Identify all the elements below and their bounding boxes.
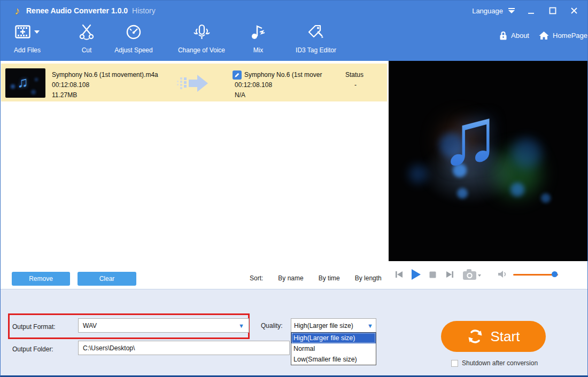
quality-dropdown[interactable]: High(Larger file size) ▼ [291,318,376,333]
maximize-button[interactable] [547,5,559,17]
file-thumbnail: ♫ [5,68,45,98]
volume-slider-knob[interactable] [552,271,558,277]
sort-bar: Sort: By name By time By length [250,274,382,282]
status-value: - [354,81,357,89]
close-button[interactable] [568,5,580,17]
snapshot-camera-button[interactable] [462,269,482,280]
quality-option-low[interactable]: Low(Smaller file size) [291,354,376,365]
thumbnail-music-note-icon: ♫ [17,74,28,91]
app-window: ♪ Renee Audio Converter 1.0.0 History La… [0,0,588,377]
add-files-icon [15,25,32,40]
sort-by-name[interactable]: By name [278,274,303,282]
home-icon [539,31,549,40]
app-subtitle: History [132,6,156,15]
add-files-dropdown-icon [34,30,40,34]
quality-option-normal[interactable]: Normal [291,343,376,354]
dropdown-arrow-icon: ▼ [238,323,244,329]
toolbar-adjust-speed[interactable]: Adjust Speed [110,21,158,54]
dropdown-arrow-icon: ▼ [367,323,373,329]
output-file-size: N/A [235,91,245,99]
output-format-label: Output Format: [12,323,56,331]
minimize-button[interactable] [525,5,537,17]
sort-label: Sort: [250,274,263,282]
toolbar-label: Change of Voice [172,46,231,54]
output-settings-panel: Output Format: WAV ▼ Quality: High(Large… [1,289,588,376]
quality-value: High(Larger file size) [294,322,353,329]
toolbar-id3-tag-editor[interactable]: ID3 Tag Editor [289,21,343,54]
header: ♪ Renee Audio Converter 1.0.0 History La… [1,1,587,61]
source-file-name: Symphony No.6 (1st movement).m4a [52,70,158,80]
title-bar: ♪ Renee Audio Converter 1.0.0 History La… [1,1,587,21]
source-file-info: Symphony No.6 (1st movement).m4a 00:12:0… [52,70,158,100]
shutdown-option: Shutdown after conversion [451,359,538,367]
quality-option-high[interactable]: High(Larger file size) [291,333,376,343]
language-label: Language [472,7,503,15]
toolbar-mix[interactable]: Mix [242,21,274,54]
output-folder-value: C:\Users\Desktop\ [83,344,135,352]
microphone-icon [192,24,211,40]
toolbar-change-of-voice[interactable]: Change of Voice [172,21,231,54]
output-file-name: Symphony No.6 (1st mover [244,71,335,78]
app-logo-music-note-icon: ♪ [14,5,20,17]
lock-icon [499,31,507,40]
edit-output-name-button[interactable] [233,70,242,80]
clear-button[interactable]: Clear [78,272,136,286]
output-format-dropdown[interactable]: WAV ▼ [78,318,249,333]
quality-label: Quality: [261,322,283,329]
start-button-label: Start [491,328,520,345]
output-folder-label: Output Folder: [12,345,53,353]
album-art-preview: ♫ [389,61,588,261]
output-folder-field[interactable]: C:\Users\Desktop\ [78,341,290,355]
file-list-row[interactable]: ♫ Symphony No.6 (1st movement).m4a 00:12… [1,64,387,101]
chevron-down-icon [507,7,516,14]
mix-note-icon [250,24,266,40]
next-track-button[interactable] [445,270,454,279]
source-file-size: 11.27MB [52,90,158,100]
cut-scissors-icon [79,24,95,40]
toolbar-label: Adjust Speed [110,46,158,54]
about-link[interactable]: About [499,31,529,40]
output-file-duration: 00:12:08.108 [235,81,272,89]
file-list-empty-area [1,101,387,289]
toolbar-label: ID3 Tag Editor [289,46,343,54]
play-button[interactable] [410,268,422,281]
toolbar-add-files[interactable]: Add Files [6,21,49,54]
player-bar [389,261,588,289]
speedometer-icon [126,24,142,40]
stop-button[interactable] [429,271,436,278]
start-button[interactable]: Start [441,321,546,352]
homepage-link[interactable]: HomePage [539,31,587,40]
homepage-label: HomePage [553,32,587,40]
conversion-arrow-icon [176,73,211,93]
album-art-music-note: ♫ [440,96,500,176]
remove-button[interactable]: Remove [12,272,70,286]
language-menu[interactable]: Language [472,7,516,15]
shutdown-checkbox-label: Shutdown after conversion [462,359,538,367]
toolbar-label: Mix [242,46,274,54]
toolbar-label: Add Files [6,46,49,54]
quality-dropdown-list: High(Larger file size) Normal Low(Smalle… [291,332,376,365]
pencil-icon [234,72,240,78]
shutdown-checkbox[interactable] [451,360,458,367]
volume-mute-button[interactable] [498,270,508,278]
toolbar-cut[interactable]: Cut [71,21,103,54]
app-title: Renee Audio Converter 1.0.0 [26,6,128,15]
sort-by-length[interactable]: By length [355,274,382,282]
source-file-duration: 00:12:08.108 [52,80,158,90]
output-format-value: WAV [83,322,97,329]
toolbar-label: Cut [71,46,103,54]
previous-track-button[interactable] [395,270,404,279]
sort-by-time[interactable]: By time [319,274,340,282]
refresh-icon [467,328,483,344]
status-column-label: Status [345,71,363,78]
tag-pencil-icon [307,24,324,40]
about-label: About [511,32,529,40]
